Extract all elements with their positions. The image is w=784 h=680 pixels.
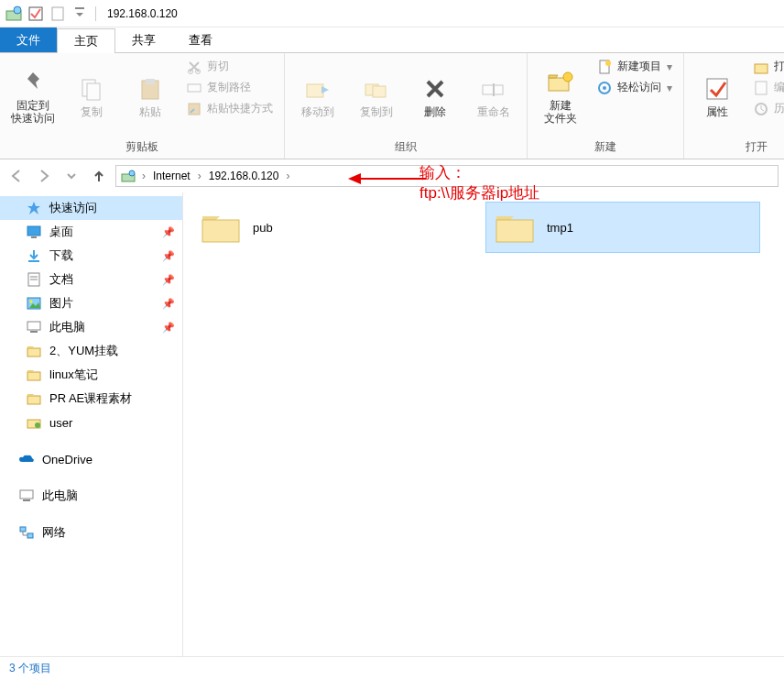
chevron-right-icon[interactable]: › xyxy=(138,170,149,182)
cut-button[interactable]: 剪切 xyxy=(183,57,277,76)
nav-this-pc-quick-label: 此电脑 xyxy=(49,319,85,335)
tab-view[interactable]: 查看 xyxy=(172,27,229,52)
folder-tmp1-label: tmp1 xyxy=(547,221,573,235)
copy-to-button[interactable]: 复制到 xyxy=(347,55,406,137)
pin-label: 固定到 快速访问 xyxy=(11,99,55,125)
nav-documents[interactable]: 文档 📌 xyxy=(0,268,182,291)
svg-rect-53 xyxy=(202,220,239,242)
breadcrumb-internet[interactable]: Internet xyxy=(151,170,192,182)
move-to-button[interactable]: 移动到 xyxy=(289,55,347,137)
svg-point-48 xyxy=(35,422,40,428)
recent-button[interactable] xyxy=(60,165,82,187)
new-item-label: 新建项目 xyxy=(617,59,661,74)
nav-downloads[interactable]: 下载 📌 xyxy=(0,244,182,268)
address-bar[interactable]: › Internet › 192.168.0.120 › xyxy=(115,165,779,187)
paste-shortcut-button[interactable]: 粘贴快捷方式 xyxy=(183,99,277,118)
nav-linux[interactable]: linux笔记 xyxy=(0,363,182,387)
svg-rect-26 xyxy=(756,82,767,94)
nav-documents-label: 文档 xyxy=(49,271,73,288)
svg-rect-34 xyxy=(27,226,40,236)
nav-user[interactable]: user xyxy=(0,411,182,434)
status-bar: 3 个项目 xyxy=(0,656,784,680)
pin-icon xyxy=(18,68,48,97)
title-bar: 192.168.0.120 xyxy=(0,0,784,27)
nav-onedrive[interactable]: OneDrive xyxy=(0,447,182,471)
ribbon: 固定到 快速访问 复制 粘贴 剪切 xyxy=(0,53,784,159)
move-to-icon xyxy=(303,74,332,104)
rename-icon xyxy=(479,74,508,104)
new-item-button[interactable]: 新建项目 ▾ xyxy=(593,57,676,76)
chevron-right-icon[interactable]: › xyxy=(194,170,205,182)
folder-icon xyxy=(26,343,42,359)
folder-pub[interactable]: pub xyxy=(192,202,467,253)
edit-button[interactable]: 编辑 xyxy=(750,78,784,97)
copy-path-button[interactable]: 复制路径 xyxy=(183,78,277,97)
folder-tmp1[interactable]: tmp1 xyxy=(485,202,760,253)
pin-icon: 📌 xyxy=(162,274,175,286)
desktop-icon xyxy=(26,224,42,240)
svg-rect-4 xyxy=(75,7,84,9)
nav-pane[interactable]: 快速访问 桌面 📌 下载 📌 文档 📌 图片 📌 此电脑 📌 xyxy=(0,192,183,656)
file-list[interactable]: pub tmp1 xyxy=(183,192,784,656)
svg-rect-11 xyxy=(188,84,201,92)
tab-file[interactable]: 文件 xyxy=(0,27,57,52)
tab-home[interactable]: 主页 xyxy=(57,28,115,53)
chevron-down-icon: ▾ xyxy=(667,60,672,73)
pin-quick-access-button[interactable]: 固定到 快速访问 xyxy=(4,55,62,137)
app-icon xyxy=(4,4,24,24)
svg-point-1 xyxy=(14,6,21,14)
nav-user-label: user xyxy=(49,416,72,430)
status-item-count: 3 个项目 xyxy=(9,661,51,676)
new-folder-button[interactable]: 新建 文件夹 xyxy=(531,55,590,137)
content: 快速访问 桌面 📌 下载 📌 文档 📌 图片 📌 此电脑 📌 xyxy=(0,192,784,656)
nav-network[interactable]: 网络 xyxy=(0,521,182,544)
properties-button[interactable]: 属性 xyxy=(688,55,746,137)
delete-button[interactable]: 删除 xyxy=(406,55,464,137)
nav-yum-label: 2、YUM挂载 xyxy=(49,343,118,359)
nav-pictures[interactable]: 图片 📌 xyxy=(0,291,182,315)
svg-point-19 xyxy=(563,72,572,82)
svg-point-41 xyxy=(30,301,33,303)
nav-this-pc-quick[interactable]: 此电脑 📌 xyxy=(0,315,182,339)
qat-checkbox-icon[interactable] xyxy=(26,4,46,24)
star-icon xyxy=(26,200,42,216)
copy-button[interactable]: 复制 xyxy=(62,55,121,137)
back-button[interactable] xyxy=(5,165,27,187)
nav-prae[interactable]: PR AE课程素材 xyxy=(0,387,182,411)
svg-rect-46 xyxy=(27,396,40,404)
pin-icon: 📌 xyxy=(162,226,175,238)
svg-rect-50 xyxy=(23,499,30,501)
chevron-right-icon[interactable]: › xyxy=(282,170,293,182)
copy-path-label: 复制路径 xyxy=(207,80,251,95)
qat-doc-icon[interactable] xyxy=(48,4,68,24)
rename-button[interactable]: 重命名 xyxy=(464,55,523,137)
svg-rect-43 xyxy=(30,331,38,333)
easy-access-button[interactable]: 轻松访问 ▾ xyxy=(593,78,676,97)
svg-rect-36 xyxy=(28,260,39,262)
paste-shortcut-label: 粘贴快捷方式 xyxy=(207,101,273,116)
history-button[interactable]: 历史记录 xyxy=(750,99,784,118)
ribbon-group-clipboard: 固定到 快速访问 复制 粘贴 剪切 xyxy=(0,53,285,159)
new-folder-label: 新建 文件夹 xyxy=(544,99,577,125)
svg-rect-3 xyxy=(52,7,63,20)
nav-desktop[interactable]: 桌面 📌 xyxy=(0,220,182,244)
tab-share[interactable]: 共享 xyxy=(115,27,172,52)
nav-this-pc[interactable]: 此电脑 xyxy=(0,484,182,508)
nav-yum[interactable]: 2、YUM挂载 xyxy=(0,339,182,363)
svg-rect-25 xyxy=(755,64,768,73)
open-button[interactable]: 打开 ▾ xyxy=(750,57,784,76)
up-button[interactable] xyxy=(88,165,110,187)
cut-icon xyxy=(187,60,201,74)
folder-icon xyxy=(26,367,42,383)
breadcrumb-ip[interactable]: 192.168.0.120 xyxy=(207,170,281,182)
downloads-icon xyxy=(26,247,42,264)
paste-button[interactable]: 粘贴 xyxy=(121,55,180,137)
pin-icon: 📌 xyxy=(162,298,175,310)
forward-button[interactable] xyxy=(33,165,55,187)
move-to-label: 移动到 xyxy=(301,105,334,118)
svg-point-33 xyxy=(129,170,135,176)
nav-quick-access[interactable]: 快速访问 xyxy=(0,196,182,220)
qat-dropdown-icon[interactable] xyxy=(70,4,90,24)
properties-icon xyxy=(702,74,732,104)
group-clipboard-label: 剪贴板 xyxy=(4,137,280,157)
